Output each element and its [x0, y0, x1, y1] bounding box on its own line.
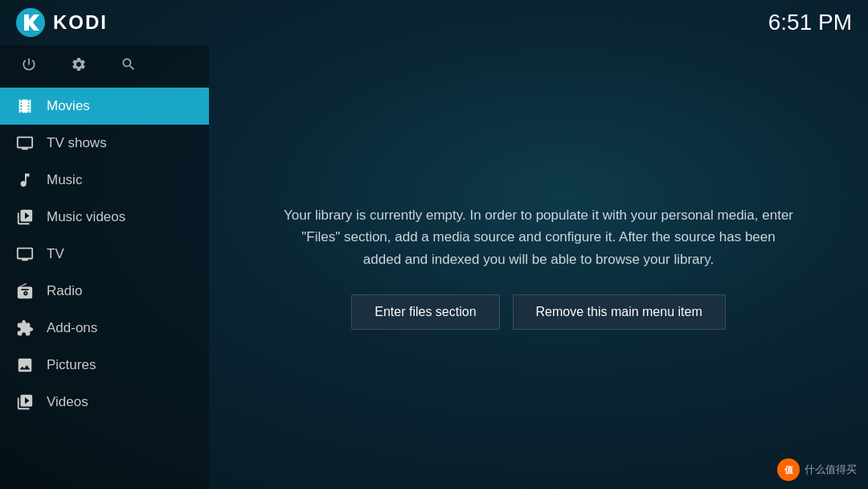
- sidebar-top-icons: [0, 45, 209, 88]
- content-area: Your library is currently empty. In orde…: [209, 45, 868, 489]
- kodi-logo-icon: [16, 8, 45, 37]
- sidebar-item-radio[interactable]: Radio: [0, 273, 209, 310]
- nav-items: Movies TV shows Music: [0, 88, 209, 489]
- app-container: KODI 6:51 PM: [0, 0, 868, 489]
- sidebar-item-music[interactable]: Music: [0, 162, 209, 199]
- sidebar: Movies TV shows Music: [0, 45, 209, 489]
- music-videos-label: Music videos: [47, 209, 125, 225]
- radio-label: Radio: [47, 283, 82, 299]
- videos-icon: [16, 393, 34, 411]
- main-layout: Movies TV shows Music: [0, 45, 868, 489]
- power-button[interactable]: [16, 51, 42, 77]
- sidebar-item-movies[interactable]: Movies: [0, 88, 209, 125]
- tv-label: TV: [47, 246, 64, 262]
- tv-shows-label: TV shows: [47, 135, 107, 151]
- music-icon: [16, 171, 34, 189]
- sidebar-item-music-videos[interactable]: Music videos: [0, 199, 209, 236]
- search-button[interactable]: [116, 51, 141, 77]
- sidebar-item-videos[interactable]: Videos: [0, 384, 209, 421]
- empty-message: Your library is currently empty. In orde…: [281, 204, 796, 270]
- movies-label: Movies: [47, 98, 90, 114]
- music-label: Music: [47, 172, 82, 188]
- add-ons-label: Add-ons: [47, 320, 97, 336]
- empty-state: Your library is currently empty. In orde…: [265, 188, 812, 346]
- sidebar-item-tv-shows[interactable]: TV shows: [0, 125, 209, 162]
- sidebar-item-add-ons[interactable]: Add-ons: [0, 310, 209, 347]
- remove-menu-item-button[interactable]: Remove this main menu item: [513, 294, 726, 330]
- watermark: 值 什么值得买: [777, 458, 857, 481]
- current-time: 6:51 PM: [768, 10, 852, 35]
- enter-files-section-button[interactable]: Enter files section: [351, 294, 499, 330]
- pictures-icon: [16, 356, 34, 374]
- watermark-label: 什么值得买: [805, 462, 857, 477]
- sidebar-item-pictures[interactable]: Pictures: [0, 347, 209, 384]
- watermark-badge: 值: [777, 458, 800, 481]
- music-videos-icon: [16, 208, 34, 226]
- settings-button[interactable]: [66, 51, 92, 77]
- radio-icon: [16, 282, 34, 300]
- header-left: KODI: [16, 8, 108, 37]
- header: KODI 6:51 PM: [0, 0, 868, 45]
- sidebar-item-tv[interactable]: TV: [0, 236, 209, 273]
- pictures-label: Pictures: [47, 357, 96, 373]
- tv-shows-icon: [16, 134, 34, 152]
- addons-icon: [16, 319, 34, 337]
- app-title: KODI: [53, 11, 108, 34]
- movies-icon: [16, 97, 34, 115]
- videos-label: Videos: [47, 394, 88, 410]
- tv-icon: [16, 245, 34, 263]
- action-buttons: Enter files section Remove this main men…: [281, 294, 796, 330]
